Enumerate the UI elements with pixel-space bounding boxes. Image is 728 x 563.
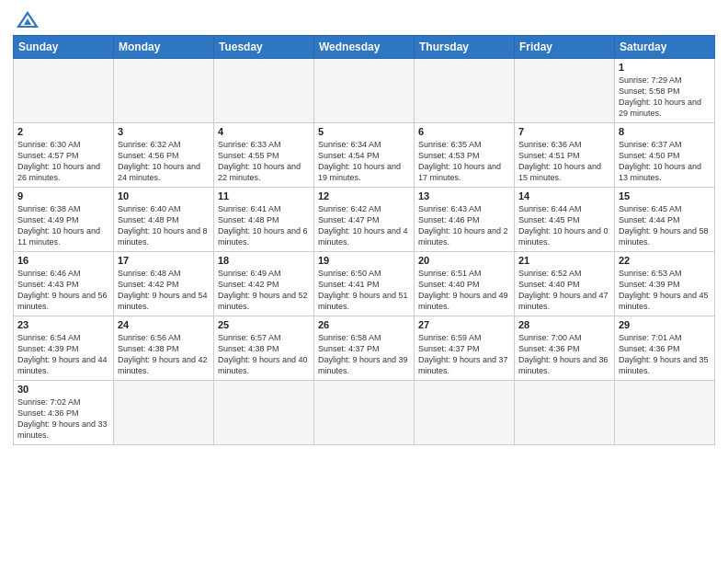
day-number: 15 — [619, 190, 711, 201]
calendar-week-row: 9Sunrise: 6:38 AM Sunset: 4:49 PM Daylig… — [14, 188, 715, 252]
day-number: 22 — [619, 255, 711, 266]
weekday-header-monday: Monday — [114, 36, 214, 59]
day-info: Sunrise: 6:56 AM Sunset: 4:38 PM Dayligh… — [118, 332, 210, 377]
calendar-day-cell — [415, 59, 515, 123]
day-number: 24 — [118, 319, 210, 330]
day-info: Sunrise: 6:42 AM Sunset: 4:47 PM Dayligh… — [318, 203, 410, 248]
calendar-week-row: 23Sunrise: 6:54 AM Sunset: 4:39 PM Dayli… — [14, 316, 715, 381]
day-info: Sunrise: 7:01 AM Sunset: 4:36 PM Dayligh… — [619, 332, 711, 377]
day-number: 30 — [17, 384, 109, 395]
day-number: 14 — [518, 190, 610, 201]
day-number: 8 — [619, 126, 711, 137]
day-number: 20 — [418, 255, 510, 266]
calendar-day-cell — [214, 381, 314, 445]
calendar-day-cell — [214, 59, 314, 123]
calendar-day-cell: 18Sunrise: 6:49 AM Sunset: 4:42 PM Dayli… — [214, 252, 314, 316]
calendar-day-cell — [515, 381, 615, 445]
weekday-header-sunday: Sunday — [14, 36, 114, 59]
calendar-day-cell: 17Sunrise: 6:48 AM Sunset: 4:42 PM Dayli… — [114, 252, 214, 316]
day-number: 5 — [318, 126, 410, 137]
calendar-day-cell: 12Sunrise: 6:42 AM Sunset: 4:47 PM Dayli… — [314, 188, 415, 252]
day-number: 27 — [418, 319, 510, 330]
calendar-day-cell: 21Sunrise: 6:52 AM Sunset: 4:40 PM Dayli… — [515, 252, 615, 316]
calendar-day-cell: 22Sunrise: 6:53 AM Sunset: 4:39 PM Dayli… — [615, 252, 715, 316]
calendar-day-cell — [314, 59, 415, 123]
weekday-header-thursday: Thursday — [415, 36, 515, 59]
day-info: Sunrise: 7:00 AM Sunset: 4:36 PM Dayligh… — [518, 332, 610, 377]
day-info: Sunrise: 6:30 AM Sunset: 4:57 PM Dayligh… — [17, 139, 109, 184]
weekday-header-friday: Friday — [515, 36, 615, 59]
day-info: Sunrise: 6:51 AM Sunset: 4:40 PM Dayligh… — [418, 268, 510, 313]
day-info: Sunrise: 6:41 AM Sunset: 4:48 PM Dayligh… — [218, 203, 310, 248]
day-number: 3 — [118, 126, 210, 137]
calendar-day-cell: 11Sunrise: 6:41 AM Sunset: 4:48 PM Dayli… — [214, 188, 314, 252]
weekday-header-row: SundayMondayTuesdayWednesdayThursdayFrid… — [14, 36, 715, 59]
calendar-day-cell — [615, 381, 715, 445]
day-info: Sunrise: 6:44 AM Sunset: 4:45 PM Dayligh… — [518, 203, 610, 248]
calendar-table: SundayMondayTuesdayWednesdayThursdayFrid… — [13, 35, 715, 445]
calendar-day-cell: 14Sunrise: 6:44 AM Sunset: 4:45 PM Dayli… — [515, 188, 615, 252]
day-number: 19 — [318, 255, 410, 266]
day-number: 25 — [218, 319, 310, 330]
day-number: 4 — [218, 126, 310, 137]
calendar-week-row: 1Sunrise: 7:29 AM Sunset: 5:58 PM Daylig… — [14, 59, 715, 123]
day-number: 11 — [218, 190, 310, 201]
day-info: Sunrise: 6:40 AM Sunset: 4:48 PM Dayligh… — [118, 203, 210, 248]
calendar-day-cell: 13Sunrise: 6:43 AM Sunset: 4:46 PM Dayli… — [415, 188, 515, 252]
day-number: 17 — [118, 255, 210, 266]
day-info: Sunrise: 6:50 AM Sunset: 4:41 PM Dayligh… — [318, 268, 410, 313]
calendar-day-cell: 26Sunrise: 6:58 AM Sunset: 4:37 PM Dayli… — [314, 316, 415, 381]
day-info: Sunrise: 6:33 AM Sunset: 4:55 PM Dayligh… — [218, 139, 310, 184]
day-number: 2 — [17, 126, 109, 137]
day-number: 1 — [619, 62, 711, 73]
day-info: Sunrise: 6:37 AM Sunset: 4:50 PM Dayligh… — [619, 139, 711, 184]
calendar-day-cell: 28Sunrise: 7:00 AM Sunset: 4:36 PM Dayli… — [515, 316, 615, 381]
calendar-day-cell: 1Sunrise: 7:29 AM Sunset: 5:58 PM Daylig… — [615, 59, 715, 123]
day-number: 13 — [418, 190, 510, 201]
logo — [13, 9, 40, 29]
day-info: Sunrise: 6:49 AM Sunset: 4:42 PM Dayligh… — [218, 268, 310, 313]
calendar-day-cell — [515, 59, 615, 123]
calendar-day-cell: 15Sunrise: 6:45 AM Sunset: 4:44 PM Dayli… — [615, 188, 715, 252]
day-number: 12 — [318, 190, 410, 201]
day-number: 26 — [318, 319, 410, 330]
calendar-day-cell: 7Sunrise: 6:36 AM Sunset: 4:51 PM Daylig… — [515, 123, 615, 188]
day-info: Sunrise: 6:54 AM Sunset: 4:39 PM Dayligh… — [17, 332, 109, 377]
calendar-day-cell: 2Sunrise: 6:30 AM Sunset: 4:57 PM Daylig… — [14, 123, 114, 188]
calendar-day-cell: 4Sunrise: 6:33 AM Sunset: 4:55 PM Daylig… — [214, 123, 314, 188]
day-number: 21 — [518, 255, 610, 266]
day-info: Sunrise: 6:46 AM Sunset: 4:43 PM Dayligh… — [17, 268, 109, 313]
day-info: Sunrise: 6:52 AM Sunset: 4:40 PM Dayligh… — [518, 268, 610, 313]
calendar-week-row: 2Sunrise: 6:30 AM Sunset: 4:57 PM Daylig… — [14, 123, 715, 188]
day-number: 10 — [118, 190, 210, 201]
day-number: 16 — [17, 255, 109, 266]
calendar-day-cell: 10Sunrise: 6:40 AM Sunset: 4:48 PM Dayli… — [114, 188, 214, 252]
calendar-day-cell: 20Sunrise: 6:51 AM Sunset: 4:40 PM Dayli… — [415, 252, 515, 316]
calendar-day-cell — [14, 59, 114, 123]
calendar-week-row: 30Sunrise: 7:02 AM Sunset: 4:36 PM Dayli… — [14, 381, 715, 445]
calendar-day-cell — [415, 381, 515, 445]
calendar-day-cell: 29Sunrise: 7:01 AM Sunset: 4:36 PM Dayli… — [615, 316, 715, 381]
day-number: 23 — [17, 319, 109, 330]
calendar-day-cell: 30Sunrise: 7:02 AM Sunset: 4:36 PM Dayli… — [14, 381, 114, 445]
calendar-day-cell: 25Sunrise: 6:57 AM Sunset: 4:38 PM Dayli… — [214, 316, 314, 381]
day-number: 18 — [218, 255, 310, 266]
calendar-day-cell: 8Sunrise: 6:37 AM Sunset: 4:50 PM Daylig… — [615, 123, 715, 188]
day-info: Sunrise: 6:36 AM Sunset: 4:51 PM Dayligh… — [518, 139, 610, 184]
day-info: Sunrise: 6:38 AM Sunset: 4:49 PM Dayligh… — [17, 203, 109, 248]
day-number: 9 — [17, 190, 109, 201]
day-info: Sunrise: 6:58 AM Sunset: 4:37 PM Dayligh… — [318, 332, 410, 377]
day-number: 28 — [518, 319, 610, 330]
day-info: Sunrise: 6:53 AM Sunset: 4:39 PM Dayligh… — [619, 268, 711, 313]
logo-icon — [15, 9, 40, 29]
calendar-day-cell: 19Sunrise: 6:50 AM Sunset: 4:41 PM Dayli… — [314, 252, 415, 316]
day-number: 29 — [619, 319, 711, 330]
weekday-header-tuesday: Tuesday — [214, 36, 314, 59]
calendar-day-cell: 27Sunrise: 6:59 AM Sunset: 4:37 PM Dayli… — [415, 316, 515, 381]
day-info: Sunrise: 6:48 AM Sunset: 4:42 PM Dayligh… — [118, 268, 210, 313]
day-number: 7 — [518, 126, 610, 137]
calendar-day-cell: 23Sunrise: 6:54 AM Sunset: 4:39 PM Dayli… — [14, 316, 114, 381]
day-info: Sunrise: 6:59 AM Sunset: 4:37 PM Dayligh… — [418, 332, 510, 377]
day-info: Sunrise: 7:02 AM Sunset: 4:36 PM Dayligh… — [17, 396, 109, 442]
day-info: Sunrise: 7:29 AM Sunset: 5:58 PM Dayligh… — [619, 75, 711, 120]
